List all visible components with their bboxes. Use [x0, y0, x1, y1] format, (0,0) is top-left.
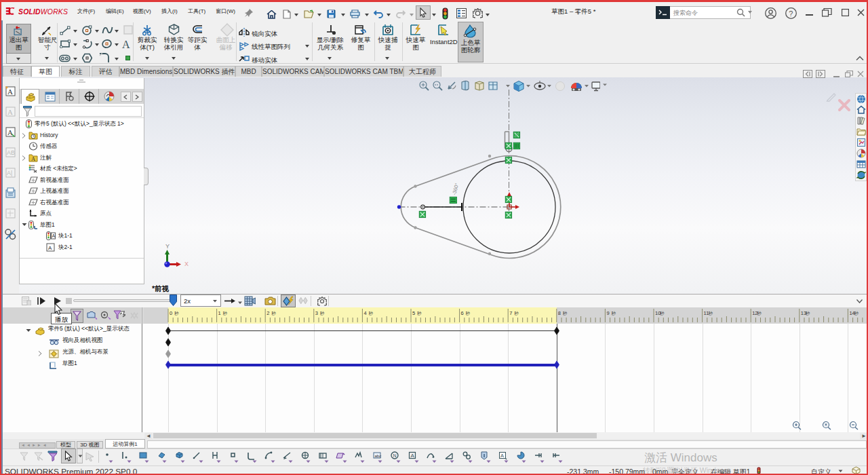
svg-text:SOLIDWORKS: SOLIDWORKS	[18, 8, 68, 16]
svg-text:秒: 秒	[174, 311, 179, 316]
svg-text:4: 4	[363, 310, 366, 316]
svg-text:秒: 秒	[563, 311, 568, 316]
svg-text:A: A	[7, 108, 13, 116]
svg-text:Y: Y	[165, 243, 170, 250]
svg-text:秒: 秒	[854, 311, 859, 316]
svg-text:A: A	[122, 39, 130, 50]
svg-text:6: 6	[461, 310, 464, 316]
svg-text:秒: 秒	[223, 311, 228, 316]
svg-text:A: A	[7, 88, 13, 96]
svg-text:9: 9	[606, 310, 609, 316]
svg-text:秒: 秒	[368, 311, 373, 316]
svg-text:1: 1	[218, 310, 221, 316]
svg-text:N: N	[393, 453, 397, 458]
svg-text:3: 3	[315, 310, 318, 316]
svg-text:A: A	[31, 155, 36, 162]
svg-text:8: 8	[558, 310, 561, 316]
svg-text:2: 2	[267, 310, 269, 316]
svg-text:秒: 秒	[466, 311, 471, 316]
svg-text:A: A	[48, 245, 52, 251]
svg-text:秒: 秒	[320, 311, 325, 316]
svg-text:abc: abc	[375, 454, 382, 458]
svg-text:秒: 秒	[271, 311, 276, 316]
svg-text:0: 0	[170, 310, 172, 316]
svg-text:A: A	[52, 233, 56, 238]
svg-text:?: ?	[789, 10, 793, 18]
svg-text:秒: 秒	[417, 311, 422, 316]
svg-text:秒: 秒	[660, 311, 665, 316]
svg-text:A|: A|	[7, 170, 12, 176]
svg-text:5: 5	[412, 310, 415, 316]
svg-text:秒: 秒	[514, 311, 519, 316]
svg-text:秒: 秒	[709, 311, 713, 316]
svg-text:A: A	[411, 453, 415, 459]
svg-text:A: A	[500, 453, 504, 459]
svg-text:AB: AB	[7, 149, 15, 156]
svg-text:-360°: -360°	[451, 183, 460, 196]
svg-text:秒: 秒	[611, 311, 616, 316]
svg-text:X: X	[184, 261, 189, 267]
svg-text:秒: 秒	[757, 311, 762, 316]
svg-text:A: A	[7, 128, 13, 136]
svg-text:7: 7	[509, 310, 512, 316]
svg-text:秒: 秒	[806, 311, 810, 316]
